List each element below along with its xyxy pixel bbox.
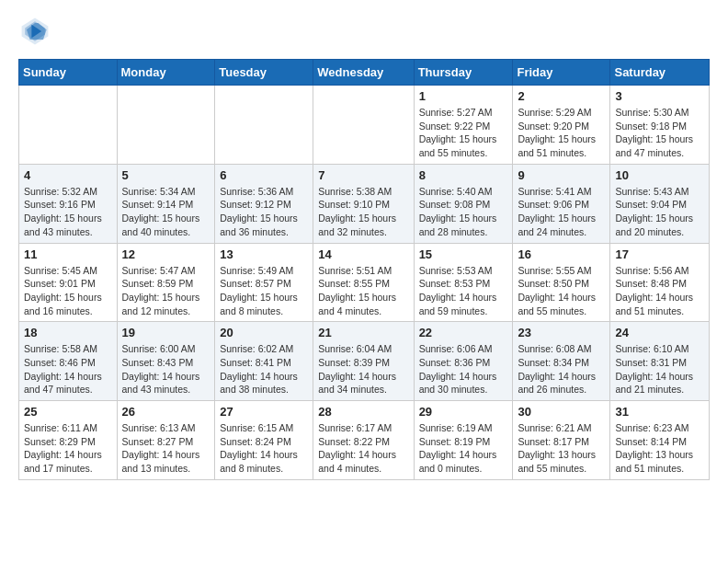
day-cell: 16Sunrise: 5:55 AM Sunset: 8:50 PM Dayli… [513,243,610,322]
day-number: 26 [122,405,210,419]
day-number: 4 [24,168,112,182]
day-number: 19 [122,326,210,339]
day-number: 25 [24,405,112,419]
day-info: Sunrise: 5:58 AM Sunset: 8:46 PM Dayligh… [24,342,112,396]
day-number: 18 [24,326,112,339]
day-cell: 26Sunrise: 6:13 AM Sunset: 8:27 PM Dayli… [117,401,215,480]
day-info: Sunrise: 5:51 AM Sunset: 8:55 PM Dayligh… [318,264,408,318]
day-cell: 2Sunrise: 5:29 AM Sunset: 9:20 PM Daylig… [513,86,610,165]
day-cell: 1Sunrise: 5:27 AM Sunset: 9:22 PM Daylig… [414,86,513,165]
day-info: Sunrise: 6:04 AM Sunset: 8:39 PM Dayligh… [318,342,408,396]
day-number: 1 [419,89,508,103]
day-cell: 17Sunrise: 5:56 AM Sunset: 8:48 PM Dayli… [610,243,710,322]
week-row-1: 1Sunrise: 5:27 AM Sunset: 9:22 PM Daylig… [19,86,710,165]
day-info: Sunrise: 6:06 AM Sunset: 8:36 PM Dayligh… [419,342,508,396]
day-info: Sunrise: 6:02 AM Sunset: 8:41 PM Dayligh… [220,342,308,396]
day-info: Sunrise: 6:21 AM Sunset: 8:17 PM Dayligh… [518,421,605,476]
week-row-2: 4Sunrise: 5:32 AM Sunset: 9:16 PM Daylig… [19,164,710,243]
day-cell: 18Sunrise: 5:58 AM Sunset: 8:46 PM Dayli… [19,322,118,401]
day-cell: 7Sunrise: 5:38 AM Sunset: 9:10 PM Daylig… [313,164,414,243]
day-info: Sunrise: 6:17 AM Sunset: 8:22 PM Dayligh… [318,421,408,476]
day-cell: 14Sunrise: 5:51 AM Sunset: 8:55 PM Dayli… [313,243,414,322]
day-number: 21 [318,326,408,339]
day-number: 2 [518,89,605,103]
day-number: 17 [615,247,704,261]
day-info: Sunrise: 5:49 AM Sunset: 8:57 PM Dayligh… [220,264,308,318]
day-info: Sunrise: 5:30 AM Sunset: 9:18 PM Dayligh… [615,106,704,160]
day-info: Sunrise: 5:45 AM Sunset: 9:01 PM Dayligh… [24,264,112,318]
day-info: Sunrise: 6:15 AM Sunset: 8:24 PM Dayligh… [220,421,308,476]
header [18,15,710,48]
day-info: Sunrise: 5:47 AM Sunset: 8:59 PM Dayligh… [122,264,210,318]
day-number: 22 [419,326,508,339]
day-info: Sunrise: 6:10 AM Sunset: 8:31 PM Dayligh… [615,342,704,396]
day-info: Sunrise: 6:13 AM Sunset: 8:27 PM Dayligh… [122,421,210,476]
day-number: 3 [615,89,704,103]
weekday-friday: Friday [513,60,610,86]
day-info: Sunrise: 5:38 AM Sunset: 9:10 PM Dayligh… [318,185,408,239]
day-number: 29 [419,405,508,419]
week-row-4: 18Sunrise: 5:58 AM Sunset: 8:46 PM Dayli… [19,322,710,401]
day-cell: 20Sunrise: 6:02 AM Sunset: 8:41 PM Dayli… [215,322,313,401]
day-cell: 24Sunrise: 6:10 AM Sunset: 8:31 PM Dayli… [610,322,710,401]
weekday-wednesday: Wednesday [313,60,414,86]
day-cell [117,86,215,165]
day-number: 13 [220,247,308,261]
day-number: 16 [518,247,605,261]
week-row-3: 11Sunrise: 5:45 AM Sunset: 9:01 PM Dayli… [19,243,710,322]
day-cell: 30Sunrise: 6:21 AM Sunset: 8:17 PM Dayli… [513,401,610,480]
day-number: 23 [518,326,605,339]
day-info: Sunrise: 6:11 AM Sunset: 8:29 PM Dayligh… [24,421,112,476]
day-cell: 28Sunrise: 6:17 AM Sunset: 8:22 PM Dayli… [313,401,414,480]
day-number: 10 [615,168,704,182]
day-cell: 3Sunrise: 5:30 AM Sunset: 9:18 PM Daylig… [610,86,710,165]
day-cell: 23Sunrise: 6:08 AM Sunset: 8:34 PM Dayli… [513,322,610,401]
day-info: Sunrise: 5:43 AM Sunset: 9:04 PM Dayligh… [615,185,704,239]
logo-icon [18,15,51,48]
day-cell: 4Sunrise: 5:32 AM Sunset: 9:16 PM Daylig… [19,164,118,243]
day-cell: 21Sunrise: 6:04 AM Sunset: 8:39 PM Dayli… [313,322,414,401]
day-number: 12 [122,247,210,261]
day-number: 15 [419,247,508,261]
day-number: 8 [419,168,508,182]
day-cell: 9Sunrise: 5:41 AM Sunset: 9:06 PM Daylig… [513,164,610,243]
page: SundayMondayTuesdayWednesdayThursdayFrid… [0,0,728,495]
day-info: Sunrise: 6:00 AM Sunset: 8:43 PM Dayligh… [122,342,210,396]
day-cell: 10Sunrise: 5:43 AM Sunset: 9:04 PM Dayli… [610,164,710,243]
weekday-monday: Monday [117,60,215,86]
day-cell: 19Sunrise: 6:00 AM Sunset: 8:43 PM Dayli… [117,322,215,401]
day-info: Sunrise: 5:40 AM Sunset: 9:08 PM Dayligh… [419,185,508,239]
day-number: 31 [615,405,704,419]
day-number: 14 [318,247,408,261]
day-number: 28 [318,405,408,419]
day-cell: 15Sunrise: 5:53 AM Sunset: 8:53 PM Dayli… [414,243,513,322]
day-number: 27 [220,405,308,419]
day-number: 24 [615,326,704,339]
day-info: Sunrise: 6:19 AM Sunset: 8:19 PM Dayligh… [419,421,508,476]
day-info: Sunrise: 6:23 AM Sunset: 8:14 PM Dayligh… [615,421,704,476]
day-info: Sunrise: 6:08 AM Sunset: 8:34 PM Dayligh… [518,342,605,396]
day-number: 5 [122,168,210,182]
day-info: Sunrise: 5:29 AM Sunset: 9:20 PM Dayligh… [518,106,605,160]
weekday-thursday: Thursday [414,60,513,86]
day-number: 20 [220,326,308,339]
day-cell: 5Sunrise: 5:34 AM Sunset: 9:14 PM Daylig… [117,164,215,243]
day-number: 7 [318,168,408,182]
day-cell: 8Sunrise: 5:40 AM Sunset: 9:08 PM Daylig… [414,164,513,243]
calendar-table: SundayMondayTuesdayWednesdayThursdayFrid… [18,59,710,480]
day-number: 9 [518,168,605,182]
weekday-sunday: Sunday [19,60,118,86]
day-number: 30 [518,405,605,419]
day-cell: 11Sunrise: 5:45 AM Sunset: 9:01 PM Dayli… [19,243,118,322]
day-cell: 13Sunrise: 5:49 AM Sunset: 8:57 PM Dayli… [215,243,313,322]
day-cell: 12Sunrise: 5:47 AM Sunset: 8:59 PM Dayli… [117,243,215,322]
day-cell: 22Sunrise: 6:06 AM Sunset: 8:36 PM Dayli… [414,322,513,401]
day-cell [215,86,313,165]
day-info: Sunrise: 5:34 AM Sunset: 9:14 PM Dayligh… [122,185,210,239]
weekday-tuesday: Tuesday [215,60,313,86]
day-cell: 6Sunrise: 5:36 AM Sunset: 9:12 PM Daylig… [215,164,313,243]
day-cell: 29Sunrise: 6:19 AM Sunset: 8:19 PM Dayli… [414,401,513,480]
day-info: Sunrise: 5:32 AM Sunset: 9:16 PM Dayligh… [24,185,112,239]
logo [18,15,57,48]
day-info: Sunrise: 5:41 AM Sunset: 9:06 PM Dayligh… [518,185,605,239]
